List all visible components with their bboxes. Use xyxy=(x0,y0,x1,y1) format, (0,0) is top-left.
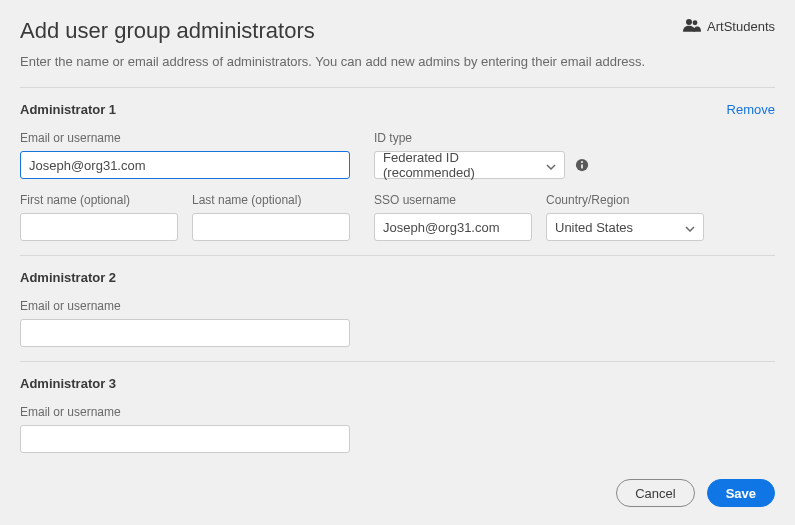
remove-link[interactable]: Remove xyxy=(727,102,775,117)
dialog-intro: Enter the name or email address of admin… xyxy=(20,54,775,69)
add-user-group-admins-dialog: Add user group administrators ArtStudent… xyxy=(0,0,795,525)
cancel-button[interactable]: Cancel xyxy=(616,479,694,507)
people-icon xyxy=(683,18,707,35)
country-value: United States xyxy=(555,220,633,235)
email-label: Email or username xyxy=(20,299,350,313)
id-type-label: ID type xyxy=(374,131,589,145)
country-label: Country/Region xyxy=(546,193,704,207)
admin1-email-input[interactable] xyxy=(20,151,350,179)
divider xyxy=(20,255,775,256)
email-label: Email or username xyxy=(20,405,350,419)
admin3-section-header: Administrator 3 xyxy=(20,376,775,391)
id-type-value: Federated ID (recommended) xyxy=(383,150,546,180)
country-select[interactable]: United States xyxy=(546,213,704,241)
divider xyxy=(20,87,775,88)
admin3-email-input[interactable] xyxy=(20,425,350,453)
id-type-select[interactable]: Federated ID (recommended) xyxy=(374,151,565,179)
admin1-section-header: Administrator 1 Remove xyxy=(20,102,775,117)
admin1-sso-input[interactable] xyxy=(374,213,532,241)
svg-point-0 xyxy=(686,19,692,25)
dialog-footer: Cancel Save xyxy=(616,479,775,507)
admin1-title: Administrator 1 xyxy=(20,102,116,117)
save-button[interactable]: Save xyxy=(707,479,775,507)
chevron-down-icon xyxy=(685,220,695,235)
svg-rect-4 xyxy=(581,164,583,168)
email-label: Email or username xyxy=(20,131,350,145)
admin1-last-name-input[interactable] xyxy=(192,213,350,241)
last-name-label: Last name (optional) xyxy=(192,193,350,207)
dialog-title: Add user group administrators xyxy=(20,18,315,44)
divider xyxy=(20,361,775,362)
user-group-indicator: ArtStudents xyxy=(683,18,775,35)
first-name-label: First name (optional) xyxy=(20,193,178,207)
info-icon[interactable] xyxy=(575,158,589,172)
svg-point-3 xyxy=(581,161,583,163)
svg-point-1 xyxy=(693,20,698,25)
dialog-header: Add user group administrators ArtStudent… xyxy=(20,18,775,54)
group-name: ArtStudents xyxy=(707,19,775,34)
admin2-section-header: Administrator 2 xyxy=(20,270,775,285)
admin1-first-name-input[interactable] xyxy=(20,213,178,241)
admin2-email-input[interactable] xyxy=(20,319,350,347)
admin3-title: Administrator 3 xyxy=(20,376,116,391)
sso-label: SSO username xyxy=(374,193,532,207)
chevron-down-icon xyxy=(546,158,556,173)
admin2-title: Administrator 2 xyxy=(20,270,116,285)
